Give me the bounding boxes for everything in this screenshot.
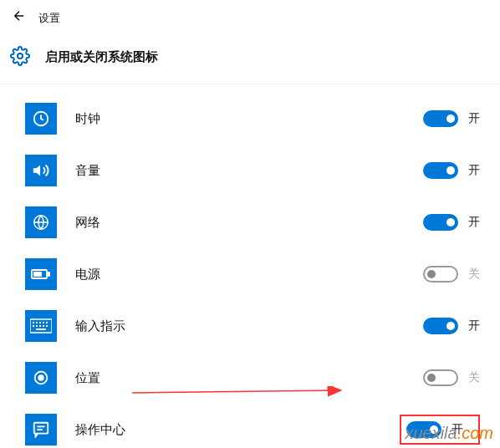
action-center-icon bbox=[25, 414, 57, 445]
gear-icon bbox=[10, 46, 30, 69]
toggle-switch[interactable] bbox=[423, 162, 458, 179]
network-icon bbox=[25, 206, 57, 238]
toggle-state-label: 开 bbox=[468, 318, 480, 333]
toggle-wrap: 开 bbox=[423, 318, 480, 334]
toggle-wrap: 关 bbox=[423, 369, 480, 386]
setting-label: 输入指示 bbox=[75, 318, 423, 334]
svg-rect-17 bbox=[36, 328, 46, 330]
location-icon bbox=[25, 362, 57, 394]
svg-point-19 bbox=[38, 375, 43, 380]
svg-rect-5 bbox=[33, 272, 42, 277]
svg-rect-20 bbox=[34, 423, 48, 434]
svg-rect-4 bbox=[48, 272, 49, 276]
clock-icon bbox=[25, 103, 57, 135]
toggle-state-label: 开 bbox=[468, 163, 480, 178]
setting-row-input: 输入指示开 bbox=[25, 300, 480, 352]
volume-icon bbox=[25, 155, 57, 186]
toggle-switch[interactable] bbox=[423, 318, 458, 334]
svg-point-0 bbox=[18, 53, 23, 59]
setting-label: 网络 bbox=[75, 215, 423, 231]
toggle-wrap: 开 bbox=[423, 162, 480, 179]
setting-label: 操作中心 bbox=[75, 422, 406, 438]
toggle-switch[interactable] bbox=[423, 266, 458, 283]
setting-row-network: 网络开 bbox=[25, 196, 480, 248]
toggle-state-label: 开 bbox=[468, 215, 480, 230]
svg-rect-14 bbox=[39, 325, 41, 327]
setting-row-clock: 时钟开 bbox=[25, 93, 480, 145]
toggle-state-label: 关 bbox=[468, 370, 480, 385]
toggle-wrap: 开 bbox=[423, 110, 480, 127]
svg-rect-13 bbox=[36, 325, 38, 327]
setting-row-volume: 音量开 bbox=[25, 145, 480, 196]
back-icon[interactable] bbox=[12, 8, 27, 28]
svg-rect-10 bbox=[43, 322, 44, 323]
svg-rect-16 bbox=[46, 325, 48, 327]
toggle-state-label: 开 bbox=[468, 111, 480, 126]
toggle-state-label: 关 bbox=[468, 267, 480, 282]
toggle-switch[interactable] bbox=[423, 110, 458, 127]
toggle-wrap: 开 bbox=[423, 214, 480, 231]
setting-label: 电源 bbox=[75, 267, 423, 283]
setting-label: 时钟 bbox=[75, 111, 423, 127]
setting-row-power: 电源关 bbox=[25, 248, 480, 300]
svg-rect-11 bbox=[46, 322, 48, 323]
window-title: 设置 bbox=[38, 11, 60, 26]
power-icon bbox=[25, 258, 57, 290]
svg-rect-9 bbox=[39, 322, 41, 323]
svg-rect-15 bbox=[43, 325, 44, 327]
page-title: 启用或关闭系统图标 bbox=[45, 49, 158, 65]
svg-rect-8 bbox=[36, 322, 38, 323]
setting-row-location: 位置关 bbox=[25, 352, 480, 404]
toggle-switch[interactable] bbox=[423, 214, 458, 231]
toggle-wrap: 关 bbox=[423, 266, 480, 283]
svg-rect-12 bbox=[33, 325, 34, 327]
setting-label: 音量 bbox=[75, 163, 423, 179]
toggle-switch[interactable] bbox=[423, 369, 458, 386]
watermark: xuexila.com bbox=[405, 424, 493, 443]
svg-rect-7 bbox=[33, 322, 34, 323]
setting-label: 位置 bbox=[75, 370, 423, 386]
input-icon bbox=[25, 310, 57, 342]
